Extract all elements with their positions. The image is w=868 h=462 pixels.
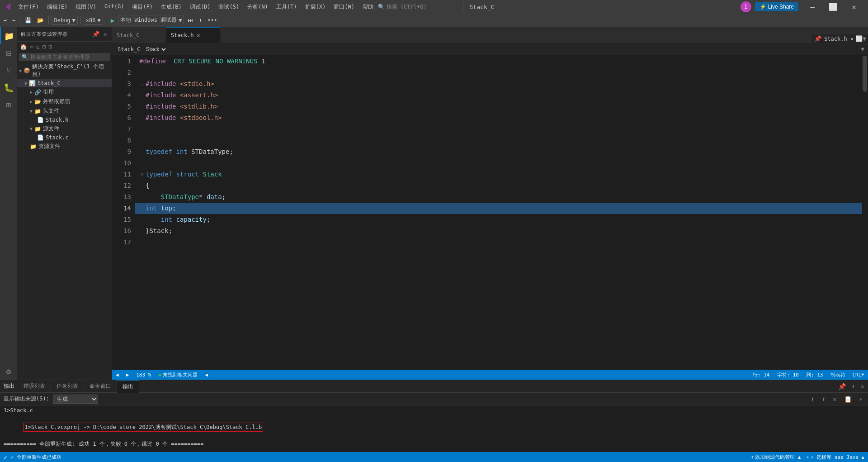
- minimize-button[interactable]: —: [802, 0, 823, 14]
- toolbar-open-icon[interactable]: 📂: [35, 16, 46, 24]
- debug-config-dropdown[interactable]: Debug ▼: [52, 16, 77, 25]
- liveshare-status-btn[interactable]: ⚡ ⚡ 选择库 aaa Java ▲: [806, 454, 864, 461]
- tab-right-split[interactable]: ⬜: [855, 35, 863, 42]
- menu-test[interactable]: 测试(S): [215, 2, 243, 12]
- line-info[interactable]: 行: 14: [753, 372, 770, 378]
- tab-stack-h[interactable]: Stack.h ×: [166, 27, 221, 43]
- tree-solution[interactable]: ▼ 📦 解决方案'Stack_C'(1 个项目): [17, 62, 112, 79]
- output-action-5[interactable]: ⚡: [857, 395, 864, 404]
- platform-dropdown[interactable]: x86 ▼: [84, 16, 103, 25]
- tab-close-icon[interactable]: ×: [197, 32, 200, 39]
- zoom-level[interactable]: 183 %: [136, 372, 151, 378]
- toolbar-step-into[interactable]: ⬇: [197, 16, 203, 24]
- tab-command-window[interactable]: 命令窗口: [84, 380, 117, 393]
- bc-section-select[interactable]: Stack: [144, 46, 167, 53]
- menu-project[interactable]: 项目(P): [128, 2, 156, 12]
- toolbar-step-over[interactable]: ⏭: [186, 16, 195, 24]
- panel-pin-icon[interactable]: 📌: [836, 382, 848, 391]
- close-button[interactable]: ✕: [844, 0, 864, 14]
- output-action-3[interactable]: ✕: [831, 395, 838, 404]
- panel-close-icon[interactable]: ✕: [859, 382, 866, 391]
- menu-analyze[interactable]: 分析(N): [244, 2, 272, 12]
- tree-stack-c[interactable]: 📄 Stack.c: [17, 133, 112, 142]
- fold-btn-11[interactable]: ⊟: [139, 169, 145, 180]
- output-source-select[interactable]: 生成: [53, 395, 98, 404]
- encoding-info[interactable]: CRLF: [853, 372, 865, 378]
- menu-git[interactable]: Git(G): [101, 2, 127, 12]
- output-source-label: 显示输出来源(S):: [4, 395, 49, 403]
- menu-debug[interactable]: 调试(D): [186, 2, 214, 12]
- solution-search-input[interactable]: [30, 54, 107, 60]
- live-share-button[interactable]: ⚡ Live Share: [755, 2, 798, 11]
- editor-scrollbar[interactable]: [862, 56, 868, 370]
- toolbar-more[interactable]: •••: [206, 16, 219, 24]
- nav-explorer-icon[interactable]: 📁: [0, 27, 17, 44]
- toolbar-redo-icon[interactable]: ↪: [10, 16, 17, 24]
- sidebar-sync-icon[interactable]: ↻: [35, 43, 41, 51]
- scroll-progress-left[interactable]: ◀: [205, 372, 208, 378]
- menu-build[interactable]: 生成(B): [157, 2, 185, 12]
- sidebar-filter-icon[interactable]: ⊡: [47, 43, 53, 51]
- sidebar-close-icon[interactable]: ✕: [103, 30, 108, 38]
- nav-extensions-icon[interactable]: ⊞: [0, 96, 17, 113]
- tab-info[interactable]: 制表符: [830, 372, 845, 378]
- tab-stack-c[interactable]: Stack_C: [112, 27, 166, 43]
- tree-stack-h-label: Stack.h: [46, 117, 69, 123]
- char-info[interactable]: 字符: 10: [777, 372, 799, 378]
- tree-expand-ext: ▶: [30, 99, 33, 104]
- code-line-2: [139, 67, 862, 78]
- maximize-button[interactable]: ⬜: [823, 0, 844, 14]
- nav-source-control-icon[interactable]: ⑂: [0, 62, 17, 79]
- tree-sources[interactable]: ▼ 📁 源文件: [17, 124, 112, 133]
- search-solution-box[interactable]: 🔍: [19, 53, 110, 61]
- output-action-4[interactable]: 📋: [842, 395, 854, 404]
- output-content: 1>Stack.c 1>Stack_C.vcxproj -> D:\code_s…: [0, 405, 868, 452]
- tab-right-pin[interactable]: 📌: [813, 34, 822, 43]
- tree-external-deps[interactable]: ▶ 📂 外部依赖项: [17, 97, 112, 106]
- tree-stack-h[interactable]: 📄 Stack.h: [17, 116, 112, 124]
- toolbar-undo-icon[interactable]: ↩: [2, 16, 9, 24]
- tree-expand-solution: ▼: [19, 68, 22, 73]
- sidebar-collapse-icon[interactable]: ⊟: [42, 43, 47, 51]
- tab-output[interactable]: 输出: [117, 380, 139, 393]
- tree-headers[interactable]: ▼ 📁 头文件: [17, 106, 112, 116]
- toolbar-save-icon[interactable]: 💾: [23, 16, 33, 24]
- code-line-8: [139, 135, 862, 146]
- fold-btn-3[interactable]: ⊟: [139, 78, 145, 90]
- scroll-left-btn[interactable]: ◀: [116, 372, 119, 378]
- output-action-2[interactable]: ⬆: [820, 395, 827, 404]
- menu-extensions[interactable]: 扩展(X): [302, 2, 330, 12]
- bc-stack-c[interactable]: Stack_C: [116, 46, 142, 52]
- tab-right-more[interactable]: ▼: [863, 35, 866, 42]
- sidebar-pin-icon[interactable]: 📌: [91, 30, 101, 38]
- tab-error-list[interactable]: 错误列表: [18, 380, 51, 393]
- tree-project[interactable]: ▼ 📊 Stack_C: [17, 79, 112, 87]
- tab-stack-h-label: Stack.h: [171, 32, 194, 38]
- sidebar-nav-back[interactable]: ⬅: [29, 43, 34, 51]
- output-action-1[interactable]: ⬇: [809, 395, 816, 404]
- tab-task-list[interactable]: 任务列表: [51, 380, 84, 393]
- code-editor[interactable]: 1 2 3 4 5 6 7 8 9 10 11 12 13 14 15 16 1…: [112, 56, 868, 370]
- panel-maximize-icon[interactable]: ⬆: [849, 382, 857, 391]
- code-line-12: {: [139, 180, 862, 191]
- tree-resources[interactable]: 📁 资源文件: [17, 142, 112, 151]
- problems-indicator[interactable]: ● 未找到相关问题: [158, 372, 198, 378]
- nav-search-icon[interactable]: ⊟: [0, 44, 17, 62]
- global-search-box[interactable]: 🔍 搜索 (Ctrl+Q): [374, 2, 464, 12]
- run-config-dropdown[interactable]: 本地 Windows 调试器 ▼: [118, 15, 184, 25]
- code-content[interactable]: #define _CRT_SECURE_NO_WARNINGS 1 ⊟ #inc…: [135, 56, 862, 370]
- tree-references[interactable]: ▶ 🔗 引用: [17, 87, 112, 97]
- sidebar-nav-home[interactable]: 🏠: [19, 43, 28, 51]
- run-button[interactable]: ▶: [109, 16, 116, 25]
- nav-settings-icon[interactable]: ⚙: [0, 362, 17, 380]
- col-info[interactable]: 列: 13: [806, 372, 823, 378]
- menu-tools[interactable]: 工具(T): [273, 2, 301, 12]
- source-control-btn[interactable]: ⬆ 添加到源代码管理 ▲: [750, 454, 801, 461]
- scroll-right-btn[interactable]: ▶: [126, 372, 129, 378]
- menu-edit[interactable]: 编辑(E): [43, 2, 71, 12]
- nav-debug-icon[interactable]: 🐛: [0, 79, 17, 96]
- menu-window[interactable]: 窗口(W): [330, 2, 358, 12]
- menu-file[interactable]: 文件(F): [14, 2, 42, 12]
- bc-right-expand[interactable]: ▼: [861, 46, 864, 52]
- menu-view[interactable]: 视图(V): [72, 2, 100, 12]
